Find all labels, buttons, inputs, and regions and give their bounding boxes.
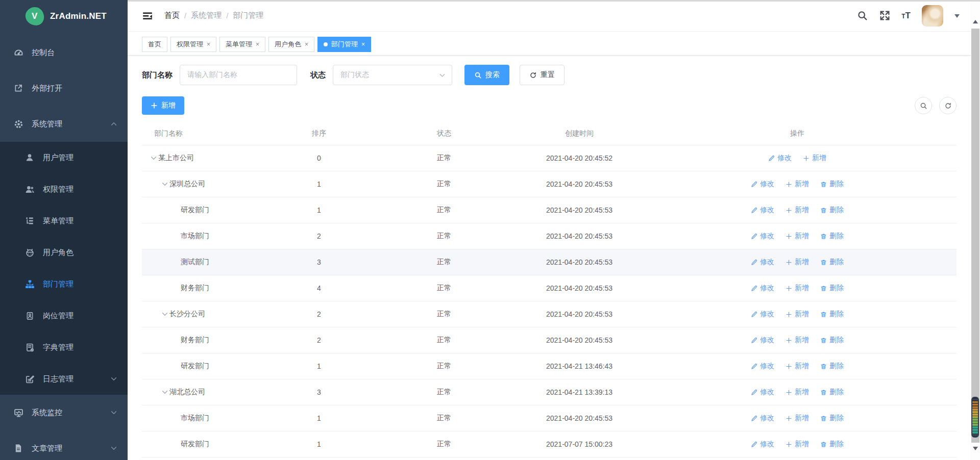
refresh-button[interactable]: [939, 97, 957, 114]
sidebar-item-dictionary[interactable]: 字典管理: [0, 331, 128, 363]
add-link[interactable]: 新增: [786, 362, 809, 371]
user-menu-caret-icon[interactable]: [954, 14, 960, 20]
scrollbar-down-arrow-icon[interactable]: [973, 447, 978, 453]
dept-name-cell: 测试部门: [142, 258, 271, 267]
reset-button[interactable]: 重置: [520, 65, 565, 85]
table-row: 湖北总公司3正常2021-04-21 13:39:13修改新增删除: [142, 379, 957, 405]
add-link[interactable]: 新增: [786, 206, 809, 215]
sidebar-item-article[interactable]: 文章管理: [0, 430, 128, 460]
add-link[interactable]: 新增: [803, 154, 826, 163]
delete-link[interactable]: 删除: [820, 180, 844, 189]
edit-link[interactable]: 修改: [751, 440, 774, 449]
edit-link[interactable]: 修改: [751, 206, 774, 215]
add-link[interactable]: 新增: [786, 388, 809, 397]
edit-link[interactable]: 修改: [751, 180, 774, 189]
delete-link[interactable]: 删除: [820, 336, 844, 345]
delete-link[interactable]: 删除: [820, 440, 844, 449]
sidebar-item-user[interactable]: 用户管理: [0, 142, 128, 173]
tab-部门管理[interactable]: 部门管理×: [317, 37, 371, 52]
close-icon[interactable]: ×: [256, 41, 259, 47]
scrollbar-thumb[interactable]: [971, 397, 979, 438]
fullscreen-icon[interactable]: [879, 10, 890, 21]
toggle-search-button[interactable]: [915, 97, 932, 114]
actions-cell: 修改新增删除: [638, 440, 957, 449]
sidebar-item-monitor[interactable]: 系统监控: [0, 395, 128, 430]
search-button[interactable]: 搜索: [464, 65, 509, 85]
app-logo-row[interactable]: V ZrAdmin.NET: [0, 0, 128, 33]
status-select[interactable]: 部门状态: [333, 65, 452, 85]
dept-name-label: 部门名称: [142, 70, 173, 80]
user-avatar[interactable]: [922, 5, 943, 27]
add-link[interactable]: 新增: [786, 310, 809, 319]
close-icon[interactable]: ×: [361, 41, 365, 47]
scrollbar-track[interactable]: [971, 29, 979, 443]
sidebar-item-org-tree[interactable]: 部门管理: [0, 268, 128, 300]
tree-expand-icon[interactable]: [160, 180, 169, 189]
add-link[interactable]: 新增: [786, 336, 809, 345]
edit-link[interactable]: 修改: [751, 310, 774, 319]
delete-link[interactable]: 删除: [820, 284, 844, 293]
sidebar-item-badge[interactable]: 岗位管理: [0, 300, 128, 331]
tree-indent-spacer: [172, 206, 181, 215]
chevron-down-icon: [110, 375, 117, 382]
menu-fold-icon[interactable]: [142, 10, 153, 21]
actions-cell: 修改新增删除: [638, 310, 957, 319]
scrollbar-up-arrow-icon[interactable]: [973, 17, 978, 23]
dept-name-input[interactable]: 请输入部门名称: [180, 65, 297, 85]
tab-首页[interactable]: 首页: [142, 37, 167, 52]
tab-用户角色[interactable]: 用户角色×: [268, 37, 314, 52]
delete-link[interactable]: 删除: [820, 206, 844, 215]
edit-link[interactable]: 修改: [751, 336, 774, 345]
browser-scrollbar[interactable]: [971, 0, 980, 460]
sidebar-item-menu-tree[interactable]: 菜单管理: [0, 205, 128, 237]
delete-link[interactable]: 删除: [820, 258, 844, 267]
tree-expand-icon[interactable]: [149, 154, 158, 163]
edit-link[interactable]: 修改: [768, 154, 792, 163]
delete-icon: [820, 207, 827, 214]
add-link[interactable]: 新增: [786, 440, 809, 449]
add-link[interactable]: 新增: [786, 258, 809, 267]
delete-link[interactable]: 删除: [820, 414, 844, 423]
edit-link[interactable]: 修改: [751, 232, 774, 241]
breadcrumb-item: 部门管理: [233, 11, 263, 20]
tab-label: 部门管理: [331, 40, 358, 49]
status-label: 状态: [310, 70, 326, 80]
sidebar-item-external-link[interactable]: 外部打开: [0, 70, 128, 106]
add-link[interactable]: 新增: [786, 414, 809, 423]
delete-link[interactable]: 删除: [820, 310, 844, 319]
sort-cell: 3: [271, 258, 368, 266]
font-size-icon[interactable]: TT: [901, 11, 911, 21]
sidebar-item-role[interactable]: 用户角色: [0, 237, 128, 268]
search-icon[interactable]: [856, 10, 868, 21]
edit-link[interactable]: 修改: [751, 362, 774, 371]
edit-link[interactable]: 修改: [751, 388, 774, 397]
edit-link[interactable]: 修改: [751, 414, 774, 423]
delete-link[interactable]: 删除: [820, 362, 844, 371]
delete-link[interactable]: 删除: [820, 388, 844, 397]
breadcrumb-item[interactable]: 首页: [164, 11, 180, 20]
tree-expand-icon[interactable]: [160, 310, 169, 319]
sidebar-item-gear[interactable]: 系统管理: [0, 106, 128, 142]
dept-name: 湖北总公司: [169, 388, 205, 397]
add-button[interactable]: 新增: [142, 96, 184, 115]
chevron-down-icon: [439, 72, 446, 79]
delete-link[interactable]: 删除: [820, 232, 844, 241]
tree-expand-icon[interactable]: [160, 388, 169, 397]
close-icon[interactable]: ×: [207, 41, 210, 47]
sidebar-item-users[interactable]: 权限管理: [0, 173, 128, 205]
tab-权限管理[interactable]: 权限管理×: [170, 37, 216, 52]
close-icon[interactable]: ×: [305, 41, 308, 47]
edit-link[interactable]: 修改: [751, 284, 774, 293]
tree-indent-spacer: [172, 258, 181, 267]
sidebar-item-log[interactable]: 日志管理: [0, 363, 128, 395]
dept-name: 长沙分公司: [169, 310, 205, 319]
edit-link[interactable]: 修改: [751, 258, 774, 267]
tab-菜单管理[interactable]: 菜单管理×: [219, 37, 265, 52]
add-icon: [786, 311, 792, 318]
add-link[interactable]: 新增: [786, 232, 809, 241]
sidebar-item-dashboard[interactable]: 控制台: [0, 35, 128, 70]
add-icon: [786, 441, 792, 448]
add-link[interactable]: 新增: [786, 284, 809, 293]
edit-icon: [751, 259, 757, 266]
add-link[interactable]: 新增: [786, 180, 809, 189]
